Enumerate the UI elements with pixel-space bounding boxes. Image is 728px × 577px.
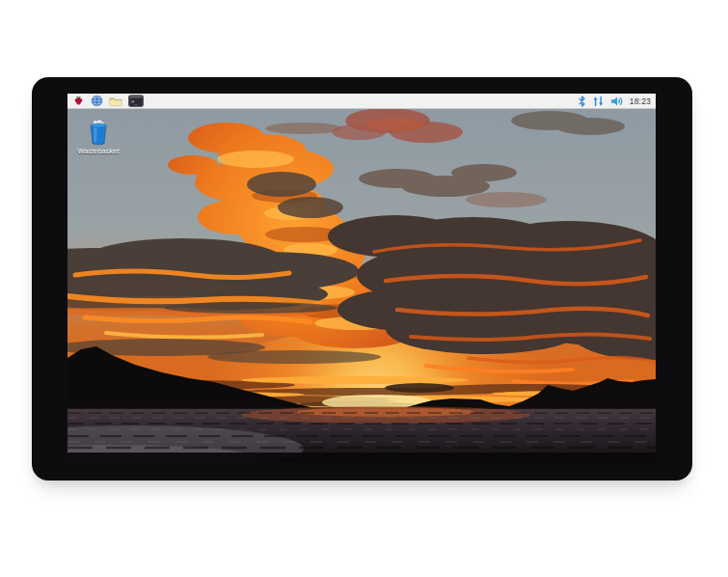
taskbar: >_ bbox=[67, 94, 656, 109]
speaker-icon bbox=[610, 96, 624, 107]
bluetooth-icon bbox=[578, 96, 586, 107]
wallpaper-sunset-sea bbox=[67, 109, 656, 463]
clock[interactable]: 18:23 bbox=[630, 95, 651, 108]
svg-text:>_: >_ bbox=[131, 98, 138, 105]
screen: >_ bbox=[67, 94, 656, 463]
raspberry-icon bbox=[72, 95, 85, 107]
terminal-button[interactable]: >_ bbox=[128, 95, 144, 108]
file-manager-button[interactable] bbox=[109, 95, 122, 108]
web-browser-button[interactable] bbox=[91, 95, 103, 108]
wastebasket-icon bbox=[87, 119, 110, 146]
terminal-icon: >_ bbox=[128, 95, 144, 107]
menu-button[interactable] bbox=[72, 95, 85, 108]
up-down-arrows-icon bbox=[592, 96, 605, 107]
taskbar-status-area: 18:23 bbox=[578, 95, 656, 108]
network-button[interactable] bbox=[592, 95, 605, 108]
desktop: Wastebasket bbox=[67, 109, 656, 463]
product-photo-background: >_ bbox=[0, 0, 728, 577]
taskbar-launchers: >_ bbox=[67, 95, 144, 108]
globe-icon bbox=[91, 95, 103, 107]
desktop-icon-label: Wastebasket bbox=[75, 147, 121, 155]
folder-icon bbox=[109, 96, 122, 107]
tablet-device-bezel: >_ bbox=[32, 77, 692, 481]
bluetooth-button[interactable] bbox=[578, 95, 586, 108]
volume-button[interactable] bbox=[610, 95, 624, 108]
desktop-icon-wastebasket[interactable]: Wastebasket bbox=[75, 119, 121, 155]
